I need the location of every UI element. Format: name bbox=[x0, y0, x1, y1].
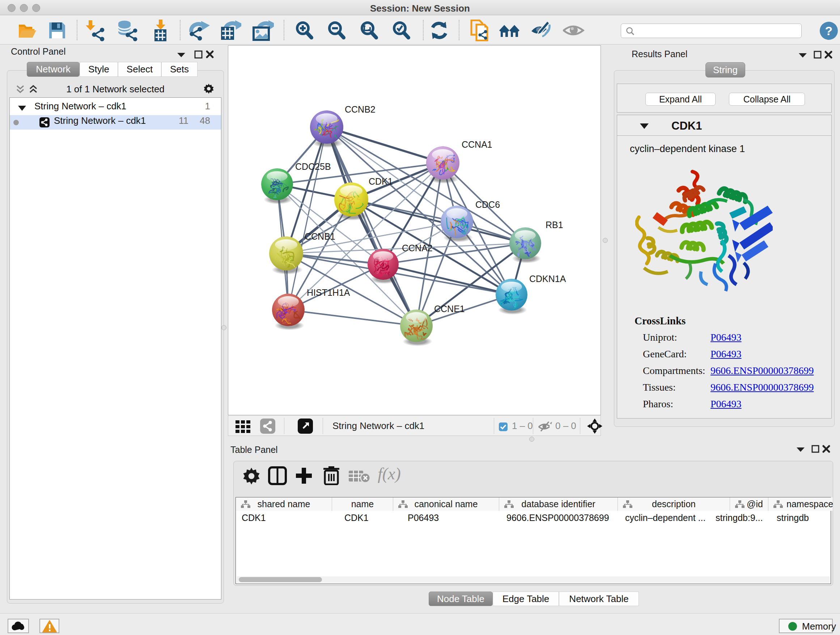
svg-text:CCNB2: CCNB2 bbox=[345, 104, 376, 114]
svg-text:CCNA1: CCNA1 bbox=[462, 139, 493, 149]
svg-text:HIST1H1A: HIST1H1A bbox=[307, 287, 350, 298]
svg-text:CCNB1: CCNB1 bbox=[305, 231, 335, 241]
svg-text:CDKN1A: CDKN1A bbox=[529, 274, 566, 284]
svg-text:CDC25B: CDC25B bbox=[295, 162, 331, 172]
svg-text:?: ? bbox=[825, 24, 833, 38]
svg-text:CDC6: CDC6 bbox=[475, 200, 500, 210]
svg-text:CCNA2: CCNA2 bbox=[402, 243, 433, 253]
svg-text:RB1: RB1 bbox=[546, 220, 563, 230]
svg-text:CDK1: CDK1 bbox=[369, 176, 393, 187]
svg-text:CCNE1: CCNE1 bbox=[434, 304, 465, 314]
